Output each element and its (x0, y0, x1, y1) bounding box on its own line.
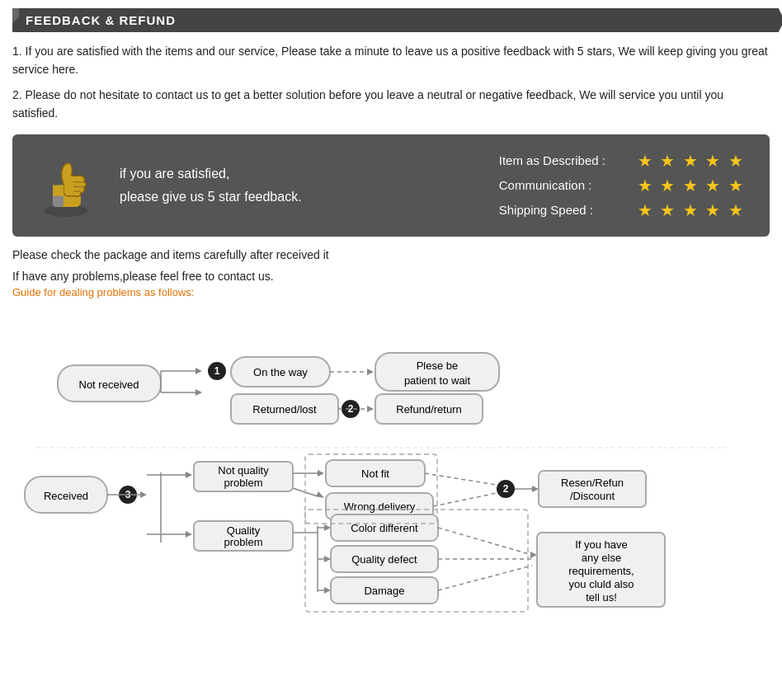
not-quality-problem-label: Not quality (218, 464, 269, 477)
svg-marker-36 (186, 531, 192, 538)
returned-lost-label: Returned/lost (252, 403, 317, 416)
on-the-way-label: On the way (253, 366, 308, 378)
feedback-banner: if you are satisfied, please give us 5 s… (12, 134, 770, 237)
svg-text:patient to wait: patient to wait (404, 374, 471, 387)
svg-line-61 (433, 493, 497, 506)
svg-marker-31 (140, 491, 147, 498)
svg-marker-9 (196, 368, 202, 374)
svg-text:2: 2 (503, 483, 509, 495)
please-wait-label: Plese be (417, 359, 459, 372)
wrong-delivery-label: Wrong delivery (344, 500, 416, 513)
guide-label: Guide for dealing problems as follows: (12, 286, 770, 298)
svg-rect-6 (53, 185, 64, 195)
rating-stars-described: ★ ★ ★ ★ ★ (638, 151, 745, 171)
not-received-label: Not received (79, 378, 139, 391)
received-label: Received (44, 490, 88, 502)
rating-row-shipping: Shipping Speed : ★ ★ ★ ★ ★ (499, 200, 745, 220)
flow-diagram: Not received 1 On the way Plese be patie… (12, 312, 755, 625)
rating-label-shipping: Shipping Speed : (499, 203, 631, 217)
svg-marker-45 (316, 491, 324, 498)
if-else-label: If you have (575, 538, 628, 551)
thumbs-up-icon (37, 153, 95, 218)
svg-marker-50 (324, 524, 331, 531)
intro-paragraph-2: 2. Please do not hesitate to contact us … (12, 86, 770, 123)
header-title: FEEDBACK & REFUND (26, 13, 176, 27)
svg-text:problem: problem (224, 477, 263, 489)
svg-marker-63 (532, 486, 539, 492)
svg-marker-11 (196, 389, 202, 396)
svg-marker-52 (324, 556, 331, 562)
intro-paragraph-1: 1. If you are satisfied with the items a… (12, 42, 770, 79)
contact-text: If have any problems,please feel free to… (12, 270, 770, 283)
svg-line-68 (438, 566, 532, 590)
damage-label: Damage (364, 585, 404, 597)
svg-marker-69 (530, 552, 537, 558)
svg-marker-34 (186, 472, 192, 478)
svg-text:/Discount: /Discount (570, 490, 615, 502)
svg-marker-42 (318, 470, 324, 477)
rating-label-communication: Communication : (499, 178, 631, 192)
svg-text:tell us!: tell us! (586, 591, 617, 604)
svg-text:you cluld also: you cluld also (569, 578, 634, 590)
svg-text:any else: any else (582, 552, 621, 564)
svg-marker-17 (367, 369, 374, 375)
svg-text:problem: problem (224, 536, 263, 548)
banner-ratings: Item as Described : ★ ★ ★ ★ ★ Communicat… (499, 151, 745, 220)
svg-line-60 (425, 473, 497, 485)
svg-rect-5 (53, 195, 64, 206)
refund-return-label: Refund/return (396, 403, 462, 416)
feedback-refund-header: FEEDBACK & REFUND (12, 8, 770, 32)
svg-line-66 (438, 528, 532, 555)
rating-row-described: Item as Described : ★ ★ ★ ★ ★ (499, 151, 745, 171)
banner-tagline: if you are satisfied, please give us 5 s… (120, 162, 474, 207)
rating-stars-shipping: ★ ★ ★ ★ ★ (638, 200, 745, 220)
quality-problem-label: Quality (227, 524, 261, 537)
svg-marker-54 (324, 587, 331, 594)
rating-label-described: Item as Described : (499, 153, 631, 167)
not-fit-label: Not fit (361, 467, 389, 480)
rating-stars-communication: ★ ★ ★ ★ ★ (638, 176, 745, 195)
svg-text:requirements,: requirements, (568, 565, 634, 577)
svg-text:1: 1 (214, 365, 220, 377)
rating-row-communication: Communication : ★ ★ ★ ★ ★ (499, 176, 745, 195)
quality-defect-label: Quality defect (351, 553, 417, 566)
svg-marker-24 (367, 406, 374, 412)
check-text: Please check the package and items caref… (12, 248, 770, 261)
resen-refund-label: Resen/Refun (561, 477, 624, 489)
